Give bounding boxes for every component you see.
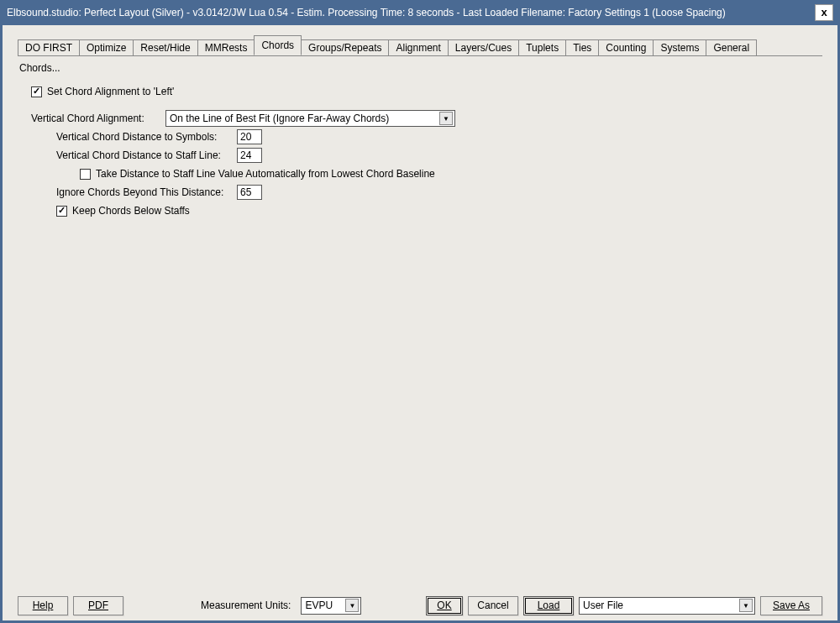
chevron-down-icon: ▼ <box>739 599 753 612</box>
titlebar: Elbsound.studio: Perfect Layout (Silver)… <box>0 0 840 25</box>
row-set-left: Set Chord Alignment to 'Left' <box>19 82 821 101</box>
tab-alignment[interactable]: Alignment <box>388 39 448 56</box>
help-button[interactable]: Help <box>18 596 68 615</box>
tab-ties[interactable]: Ties <box>565 39 599 56</box>
tab-layers-cues[interactable]: Layers/Cues <box>448 39 519 56</box>
bottom-bar: Help PDF Measurement Units: EVPU ▼ OK Ca… <box>3 590 837 620</box>
tab-general[interactable]: General <box>706 39 757 56</box>
keep-below-checkbox[interactable] <box>56 206 67 217</box>
file-value: User File <box>583 599 736 611</box>
pdf-button[interactable]: PDF <box>73 596 123 615</box>
row-auto-baseline: Take Distance to Staff Line Value Automa… <box>19 165 821 183</box>
tab-do-first[interactable]: DO FIRST <box>18 39 80 56</box>
tab-mmrests[interactable]: MMRests <box>197 39 255 56</box>
tab-optimize[interactable]: Optimize <box>79 39 134 56</box>
cancel-button[interactable]: Cancel <box>468 596 518 615</box>
set-left-checkbox[interactable] <box>31 86 42 97</box>
window-title: Elbsound.studio: Perfect Layout (Silver)… <box>7 7 815 18</box>
client-area: DO FIRST Optimize Reset/Hide MMRests Cho… <box>3 25 837 620</box>
vca-value: On the Line of Best Fit (Ignore Far-Away… <box>170 113 436 124</box>
ok-button[interactable]: OK <box>426 596 463 615</box>
vca-dropdown[interactable]: On the Line of Best Fit (Ignore Far-Away… <box>165 110 455 127</box>
close-button[interactable]: x <box>815 4 833 21</box>
row-vca: Vertical Chord Alignment: On the Line of… <box>19 109 821 128</box>
chevron-down-icon: ▼ <box>439 112 453 125</box>
section-title: Chords... <box>19 62 821 74</box>
dist-symbols-input[interactable]: 20 <box>237 129 262 144</box>
chevron-down-icon: ▼ <box>345 599 359 612</box>
load-button[interactable]: Load <box>523 596 574 615</box>
tab-reset-hide[interactable]: Reset/Hide <box>133 39 197 56</box>
measurement-units-value: EVPU <box>305 599 342 611</box>
row-dist-staff: Vertical Chord Distance to Staff Line: 2… <box>19 146 821 165</box>
save-as-button[interactable]: Save As <box>760 596 822 615</box>
ignore-beyond-input[interactable]: 65 <box>237 185 262 200</box>
dist-symbols-label: Vertical Chord Distance to Symbols: <box>56 131 228 143</box>
tab-tuplets[interactable]: Tuplets <box>518 39 566 56</box>
auto-baseline-checkbox[interactable] <box>80 169 91 180</box>
row-ignore-beyond: Ignore Chords Beyond This Distance: 65 <box>19 183 821 202</box>
dist-staff-label: Vertical Chord Distance to Staff Line: <box>56 149 228 161</box>
vca-label: Vertical Chord Alignment: <box>31 113 157 124</box>
tab-chords[interactable]: Chords <box>254 35 302 55</box>
dist-staff-input[interactable]: 24 <box>237 148 262 163</box>
keep-below-label: Keep Chords Below Staffs <box>72 205 190 217</box>
app-window: Elbsound.studio: Perfect Layout (Silver)… <box>0 0 840 623</box>
row-dist-symbols: Vertical Chord Distance to Symbols: 20 <box>19 128 821 146</box>
tab-counting[interactable]: Counting <box>598 39 654 56</box>
file-dropdown[interactable]: User File ▼ <box>579 597 755 615</box>
tab-groups-repeats[interactable]: Groups/Repeats <box>301 39 389 56</box>
tab-bar: DO FIRST Optimize Reset/Hide MMRests Cho… <box>3 25 837 55</box>
measurement-units-label: Measurement Units: <box>201 599 291 611</box>
auto-baseline-label: Take Distance to Staff Line Value Automa… <box>96 168 435 180</box>
set-left-label: Set Chord Alignment to 'Left' <box>47 86 174 97</box>
ignore-beyond-label: Ignore Chords Beyond This Distance: <box>56 186 228 198</box>
tab-underline <box>18 55 822 56</box>
tab-systems[interactable]: Systems <box>653 39 706 56</box>
chords-panel: Chords... Set Chord Alignment to 'Left' … <box>3 55 837 590</box>
measurement-units-dropdown[interactable]: EVPU ▼ <box>301 597 361 615</box>
row-keep-below: Keep Chords Below Staffs <box>19 202 821 220</box>
